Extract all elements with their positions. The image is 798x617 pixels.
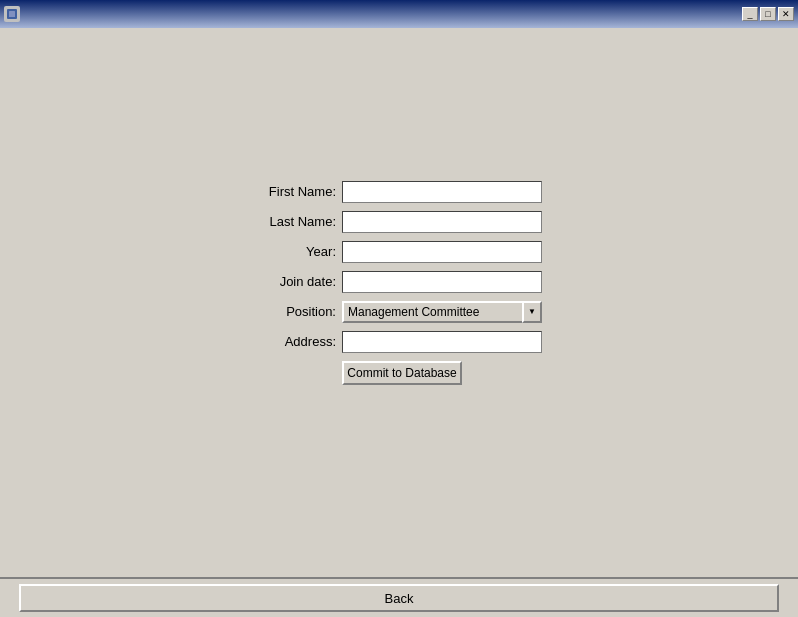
last-name-input[interactable] bbox=[342, 211, 542, 233]
close-button[interactable]: ✕ bbox=[778, 7, 794, 21]
app-icon bbox=[4, 6, 20, 22]
address-input[interactable] bbox=[342, 331, 542, 353]
main-content: First Name: Last Name: Year: Join date: … bbox=[0, 28, 798, 577]
form-container: First Name: Last Name: Year: Join date: … bbox=[256, 181, 542, 385]
position-label: Position: bbox=[256, 304, 336, 319]
maximize-button[interactable]: □ bbox=[760, 7, 776, 21]
last-name-label: Last Name: bbox=[256, 214, 336, 229]
join-date-label: Join date: bbox=[256, 274, 336, 289]
year-row: Year: bbox=[256, 241, 542, 263]
address-label: Address: bbox=[256, 334, 336, 349]
commit-button[interactable]: Commit to Database bbox=[342, 361, 462, 385]
minimize-button[interactable]: _ bbox=[742, 7, 758, 21]
address-row: Address: bbox=[256, 331, 542, 353]
title-bar-controls: _ □ ✕ bbox=[742, 7, 794, 21]
position-select[interactable]: Management Committee Player Coach Refere… bbox=[342, 301, 542, 323]
first-name-row: First Name: bbox=[256, 181, 542, 203]
title-bar-left bbox=[4, 6, 20, 22]
first-name-input[interactable] bbox=[342, 181, 542, 203]
title-bar: _ □ ✕ bbox=[0, 0, 798, 28]
svg-rect-1 bbox=[9, 11, 15, 17]
first-name-label: First Name: bbox=[256, 184, 336, 199]
back-button[interactable]: Back bbox=[19, 584, 779, 612]
commit-row: Commit to Database bbox=[256, 361, 542, 385]
position-select-wrapper: Management Committee Player Coach Refere… bbox=[342, 301, 542, 323]
position-row: Position: Management Committee Player Co… bbox=[256, 301, 542, 323]
last-name-row: Last Name: bbox=[256, 211, 542, 233]
bottom-bar: Back bbox=[0, 577, 798, 617]
join-date-input[interactable] bbox=[342, 271, 542, 293]
year-label: Year: bbox=[256, 244, 336, 259]
join-date-row: Join date: bbox=[256, 271, 542, 293]
year-input[interactable] bbox=[342, 241, 542, 263]
